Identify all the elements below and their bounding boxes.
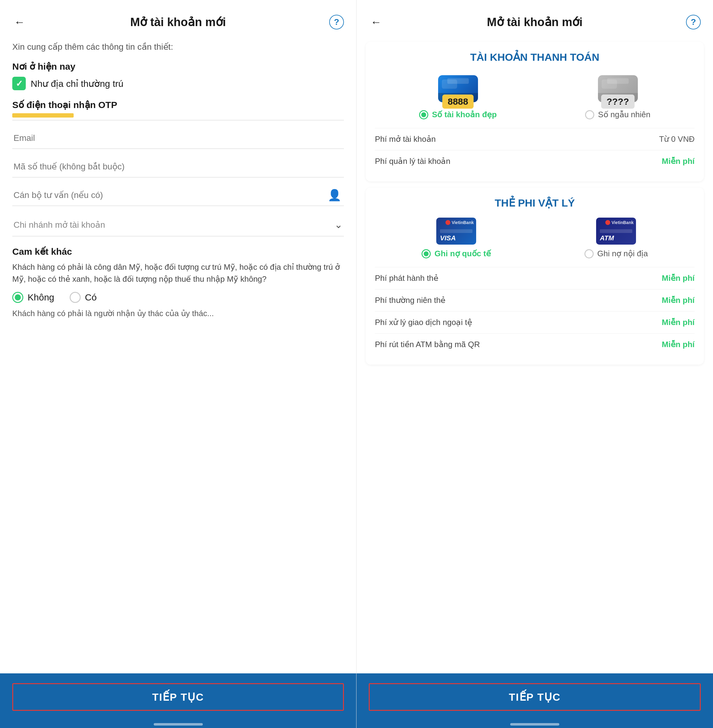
wallet-random-number: ???? bbox=[601, 94, 634, 109]
chi-nhanh-label: Chi nhánh mở tài khoản bbox=[13, 220, 334, 230]
card-visa-brand: VISA bbox=[440, 234, 456, 242]
can-bo-field[interactable] bbox=[12, 185, 325, 206]
left-home-indicator bbox=[0, 721, 356, 728]
chevron-down-icon: ⌄ bbox=[334, 219, 343, 230]
account-random-option[interactable]: ???? Số ngẫu nhiên bbox=[585, 72, 650, 120]
radio-yes-icon bbox=[70, 292, 81, 303]
card-visa-img: VietinBank VISA bbox=[436, 218, 476, 245]
the-phi-fee-2: Phí xử lý giao dịch ngoại tệ Miễn phí bbox=[375, 311, 695, 333]
person-icon: 👤 bbox=[325, 186, 344, 204]
right-tiep-tuc-button[interactable]: TIẾP TỤC bbox=[369, 683, 701, 711]
card-stripe-visa bbox=[440, 229, 473, 233]
radio-quocte-icon bbox=[422, 249, 431, 259]
right-content: TÀI KHOẢN THANH TOÁN 8888 Số tài bbox=[356, 36, 713, 673]
the-phi-fee-label-2: Phí xử lý giao dịch ngoại tệ bbox=[375, 318, 472, 327]
right-home-indicator-bar bbox=[510, 723, 559, 725]
left-tiep-tuc-button[interactable]: TIẾP TỤC bbox=[12, 683, 344, 711]
radio-no-label: Không bbox=[28, 292, 54, 303]
tai-khoan-fee-label-1: Phí quản lý tài khoản bbox=[375, 157, 450, 166]
radio-random-icon bbox=[585, 110, 594, 120]
account-dep-label: Số tài khoản đẹp bbox=[432, 110, 497, 120]
tai-khoan-fee-value-0: Từ 0 VNĐ bbox=[659, 135, 695, 144]
right-bottom-bar: TIẾP TỤC bbox=[356, 673, 713, 721]
the-phi-fee-value-2: Miễn phí bbox=[662, 318, 695, 327]
the-phi-fee-0: Phí phát hành thẻ Miễn phí bbox=[375, 267, 695, 289]
radio-no-icon bbox=[12, 292, 23, 303]
tai-khoan-section: TÀI KHOẢN THANH TOÁN 8888 Số tài bbox=[366, 42, 704, 181]
vietinbank-logo-visa: VietinBank bbox=[446, 220, 474, 225]
the-phi-section: THẺ PHI VẬT LÝ VietinBank VISA Ghi n bbox=[366, 187, 704, 365]
the-phi-fee-value-3: Miễn phí bbox=[662, 340, 695, 349]
cam-ket-yes-option[interactable]: Có bbox=[70, 292, 97, 303]
noi-o-checkbox-label: Như địa chỉ thường trú bbox=[31, 78, 123, 89]
cam-ket-no-option[interactable]: Không bbox=[12, 292, 54, 303]
account-dep-option[interactable]: 8888 Số tài khoản đẹp bbox=[419, 72, 497, 120]
left-content: Xin cung cấp thêm các thông tin cần thiế… bbox=[0, 36, 356, 673]
card-noidia-option[interactable]: VietinBank ATM Ghi nợ nội địa bbox=[585, 218, 648, 259]
left-page-title: Mở tài khoản mới bbox=[27, 15, 329, 29]
the-phi-fee-label-3: Phí rút tiền ATM bằng mã QR bbox=[375, 340, 480, 349]
the-phi-title: THẺ PHI VẬT LÝ bbox=[375, 197, 695, 209]
card-noidia-label: Ghi nợ nội địa bbox=[597, 249, 648, 259]
the-phi-fee-1: Phí thường niên thẻ Miễn phí bbox=[375, 289, 695, 311]
tai-khoan-fee-0: Phí mở tài khoản Từ 0 VNĐ bbox=[375, 128, 695, 150]
the-phi-fee-3: Phí rút tiền ATM bằng mã QR Miễn phí bbox=[375, 333, 695, 356]
right-help-button[interactable]: ? bbox=[686, 15, 701, 30]
tai-khoan-fee-label-0: Phí mở tài khoản bbox=[375, 135, 436, 144]
radio-dep-icon bbox=[419, 110, 428, 120]
card-stripe-atm bbox=[600, 229, 632, 233]
left-back-button[interactable]: ← bbox=[12, 15, 27, 30]
wallet-dep-wrapper: 8888 bbox=[437, 72, 480, 106]
left-back-icon: ← bbox=[14, 16, 25, 28]
account-options: 8888 Số tài khoản đẹp ???? bbox=[375, 72, 695, 120]
sdt-highlight bbox=[12, 113, 74, 118]
noi-o-checkbox-row: Như địa chỉ thường trú bbox=[12, 77, 344, 90]
noi-o-checkbox[interactable] bbox=[12, 77, 26, 90]
card-options: VietinBank VISA Ghi nợ quốc tế bbox=[375, 218, 695, 259]
right-header: ← Mở tài khoản mới ? bbox=[356, 0, 713, 36]
account-random-radio-row: Số ngẫu nhiên bbox=[585, 110, 650, 120]
card-quocte-radio-row: Ghi nợ quốc tế bbox=[422, 249, 491, 259]
cam-ket-text: Khách hàng có phải là công dân Mỹ, hoặc … bbox=[12, 261, 344, 285]
radio-noidia-icon bbox=[585, 249, 594, 259]
wallet-dep-number: 8888 bbox=[442, 94, 474, 109]
vietinbank-dot-atm bbox=[605, 220, 610, 225]
card-quocte-label: Ghi nợ quốc tế bbox=[434, 249, 491, 259]
home-indicator-bar bbox=[154, 723, 203, 725]
ma-so-thue-field[interactable] bbox=[12, 156, 344, 177]
tai-khoan-fee-1: Phí quản lý tài khoản Miễn phí bbox=[375, 150, 695, 172]
noi-o-label: Nơi ở hiện nay bbox=[12, 61, 344, 72]
card-atm-img: VietinBank ATM bbox=[596, 218, 636, 245]
vietinbank-logo-atm: VietinBank bbox=[605, 220, 634, 225]
tai-khoan-fee-value-1: Miễn phí bbox=[662, 157, 695, 166]
left-help-button[interactable]: ? bbox=[329, 15, 344, 30]
the-phi-fee-label-0: Phí phát hành thẻ bbox=[375, 274, 439, 283]
chi-nhanh-dropdown[interactable]: Chi nhánh mở tài khoản ⌄ bbox=[12, 213, 344, 236]
radio-yes-label: Có bbox=[85, 292, 97, 303]
right-home-indicator bbox=[356, 721, 713, 728]
cam-ket-radio-row: Không Có bbox=[12, 292, 344, 303]
account-dep-radio-row: Số tài khoản đẹp bbox=[419, 110, 497, 120]
left-header: ← Mở tài khoản mới ? bbox=[0, 0, 356, 36]
the-phi-fee-label-1: Phí thường niên thẻ bbox=[375, 296, 446, 305]
right-back-button[interactable]: ← bbox=[369, 15, 383, 30]
account-random-label: Số ngẫu nhiên bbox=[598, 110, 650, 120]
cam-ket-label: Cam kết khác bbox=[12, 246, 344, 257]
email-field[interactable] bbox=[12, 128, 344, 149]
sdt-label: Số điện thoại nhận OTP bbox=[12, 99, 344, 110]
card-quocte-option[interactable]: VietinBank VISA Ghi nợ quốc tế bbox=[422, 218, 491, 259]
right-back-icon: ← bbox=[371, 16, 382, 28]
tai-khoan-title: TÀI KHOẢN THANH TOÁN bbox=[375, 51, 695, 63]
the-phi-fee-value-1: Miễn phí bbox=[662, 296, 695, 305]
right-screen: ← Mở tài khoản mới ? TÀI KHOẢN THANH TOÁ… bbox=[356, 0, 713, 728]
the-phi-fee-value-0: Miễn phí bbox=[662, 274, 695, 283]
card-atm-brand: ATM bbox=[600, 234, 614, 242]
left-bottom-bar: TIẾP TỤC bbox=[0, 673, 356, 721]
left-screen: ← Mở tài khoản mới ? Xin cung cấp thêm c… bbox=[0, 0, 356, 728]
card-noidia-radio-row: Ghi nợ nội địa bbox=[585, 249, 648, 259]
left-subtitle: Xin cung cấp thêm các thông tin cần thiế… bbox=[12, 42, 344, 52]
wallet-random-wrapper: ???? bbox=[597, 72, 639, 106]
can-bo-row: 👤 bbox=[12, 185, 344, 206]
right-page-title: Mở tài khoản mới bbox=[383, 15, 686, 29]
partial-text: Khách hàng có phải là người nhận ủy thác… bbox=[12, 308, 344, 319]
